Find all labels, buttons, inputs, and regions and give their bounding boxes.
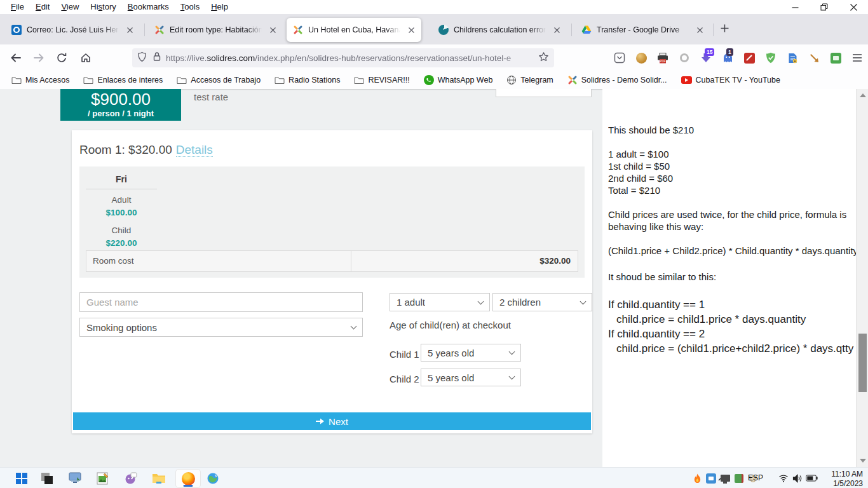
taskbar-app-firefox-active[interactable]: [175, 469, 201, 488]
bookmark-whatsapp-web[interactable]: WhatsApp Web: [420, 72, 497, 88]
adults-select[interactable]: 1 adult: [390, 293, 490, 311]
note-line: This should be $210: [608, 124, 694, 136]
smoking-options-select[interactable]: Smoking options: [79, 318, 363, 337]
google-drive-icon: [581, 25, 592, 35]
next-button[interactable]: Next: [73, 412, 591, 430]
home-button[interactable]: [76, 49, 95, 67]
joomla-icon: [293, 25, 303, 35]
remote-desktop-icon: [68, 472, 82, 485]
tab-edit-room-type[interactable]: Edit room type: Habitación Dob: [148, 18, 283, 42]
close-button[interactable]: [839, 0, 868, 14]
child2-age-select[interactable]: 5 years old: [421, 369, 521, 386]
page-scrollbar[interactable]: [856, 89, 868, 467]
rate-price-unit: / person / 1 night: [60, 109, 181, 118]
save-page-icon[interactable]: [785, 50, 799, 65]
tab-title: Edit room type: Habitación Dob: [170, 25, 264, 34]
download-arrow-icon[interactable]: [807, 50, 821, 65]
tab-childrens-calculation-error[interactable]: Childrens calculation error. Plea: [432, 18, 567, 42]
ghostery-icon[interactable]: 1: [721, 50, 735, 65]
wand-extension-icon[interactable]: [742, 50, 756, 65]
reload-icon: [56, 52, 67, 64]
wifi-icon[interactable]: [776, 471, 790, 486]
tab-correo[interactable]: Correo: Lic. José Luis Hernánde: [5, 18, 140, 42]
partial-input-remnant[interactable]: [496, 89, 592, 97]
guest-name-input[interactable]: [79, 292, 363, 312]
taskbar-app-chat[interactable]: [123, 470, 139, 487]
bookmark-mis-accesos[interactable]: Mis Accesos: [8, 72, 73, 88]
bookmark-cubatek-youtube[interactable]: CubaTEK TV - YouTube: [677, 72, 784, 88]
taskbar-app-remote-desktop[interactable]: [67, 470, 83, 487]
pocket-icon[interactable]: [613, 50, 627, 65]
tab-google-drive[interactable]: Transfer - Google Drive: [575, 18, 710, 42]
taskbar-app-file-explorer[interactable]: [151, 470, 167, 487]
reload-button[interactable]: [52, 49, 71, 67]
tab-close-icon[interactable]: [405, 24, 417, 36]
tab-separator: [144, 24, 145, 36]
tray-blue-app-icon[interactable]: [704, 471, 718, 486]
language-indicator[interactable]: ESP: [742, 473, 770, 482]
menu-help[interactable]: Help: [205, 0, 234, 14]
back-button[interactable]: [6, 49, 25, 67]
forward-button[interactable]: [29, 49, 48, 67]
child1-age-select[interactable]: 5 years old: [421, 344, 521, 362]
tab-separator: [571, 24, 572, 36]
menu-tools[interactable]: Tools: [175, 0, 205, 14]
menu-view[interactable]: View: [55, 0, 85, 14]
new-tab-button[interactable]: [721, 24, 729, 35]
menu-bookmarks[interactable]: Bookmarks: [122, 0, 175, 14]
bookmark-accesos-de-trabajo[interactable]: Accesos de Trabajo: [173, 72, 264, 88]
video-downloader-icon[interactable]: 15: [699, 50, 713, 65]
scroll-down-arrow[interactable]: [860, 459, 866, 463]
tab-separator: [713, 24, 714, 36]
menu-edit[interactable]: Edit: [30, 0, 55, 14]
tray-monitor-icon[interactable]: [718, 471, 732, 486]
battery-icon[interactable]: [804, 471, 818, 486]
volume-icon[interactable]: [790, 471, 804, 486]
pie-chart-icon: [438, 25, 449, 35]
bookmark-telegram[interactable]: Telegram: [503, 72, 557, 88]
app-menu-button[interactable]: [850, 50, 864, 65]
tariff-day-column: Fri Adult $100.00 Child $220.00: [86, 174, 157, 248]
note-code-block: If child.quantity == 1 child.price = chi…: [608, 297, 853, 356]
tab-title: Un Hotel en Cuba, Havana, Cub: [308, 25, 402, 34]
scroll-up-arrow[interactable]: [860, 93, 866, 97]
tab-close-icon[interactable]: [693, 24, 706, 36]
globe-extension-icon[interactable]: [634, 50, 648, 65]
bookmark-radio-stations[interactable]: Radio Stations: [271, 72, 344, 88]
taskbar-clock[interactable]: 11:10 AM 1/5/2023: [831, 470, 863, 488]
scrollbar-thumb[interactable]: [858, 334, 867, 392]
arrow-right-icon: [316, 417, 324, 425]
tab-close-icon[interactable]: [123, 24, 136, 36]
note-paragraph: Child prices are used twice, for the chi…: [608, 208, 860, 233]
rate-name-label: test rate: [194, 92, 228, 102]
menu-history[interactable]: History: [85, 0, 121, 14]
room-cost-value: $320.00: [351, 251, 578, 271]
bookmark-star-icon[interactable]: [538, 51, 549, 65]
children-select[interactable]: 2 children: [492, 293, 592, 311]
shield-icon[interactable]: [137, 51, 147, 65]
pdf-printer-icon[interactable]: PDF: [656, 50, 670, 65]
lock-icon[interactable]: [153, 51, 161, 64]
start-button[interactable]: [13, 470, 30, 487]
url-bar[interactable]: https://live.solidres.com/index.php/en/s…: [132, 48, 554, 67]
adguard-shield-icon[interactable]: [764, 50, 778, 65]
bookmark-revisar[interactable]: REVISAR!!!: [350, 72, 413, 88]
tab-un-hotel-en-cuba-active[interactable]: Un Hotel en Cuba, Havana, Cub: [287, 18, 421, 42]
tab-close-icon[interactable]: [550, 24, 563, 36]
bookmark-solidres-demo[interactable]: Solidres - Demo Solidr...: [564, 72, 671, 88]
menu-file[interactable]: File: [5, 0, 30, 14]
details-link[interactable]: Details: [176, 143, 213, 157]
taskbar-app-image-editor[interactable]: [95, 470, 111, 487]
tab-close-icon[interactable]: [266, 24, 279, 36]
screenshot-extension-icon[interactable]: [829, 50, 843, 65]
bookmark-enlaces-de-interes[interactable]: Enlaces de interes: [79, 72, 166, 88]
tariff-panel: Fri Adult $100.00 Child $220.00 Room cos…: [79, 166, 585, 278]
taskbar-app-dark[interactable]: [39, 470, 55, 487]
note-line: Total = $210: [608, 184, 660, 196]
restore-button[interactable]: [810, 0, 839, 14]
taskbar-app-globe[interactable]: [205, 470, 221, 487]
minimize-button[interactable]: [780, 0, 810, 14]
loading-ring-icon[interactable]: [677, 50, 691, 65]
tray-flame-icon[interactable]: [690, 471, 704, 486]
note-line: 1 adult = $100: [608, 148, 669, 160]
